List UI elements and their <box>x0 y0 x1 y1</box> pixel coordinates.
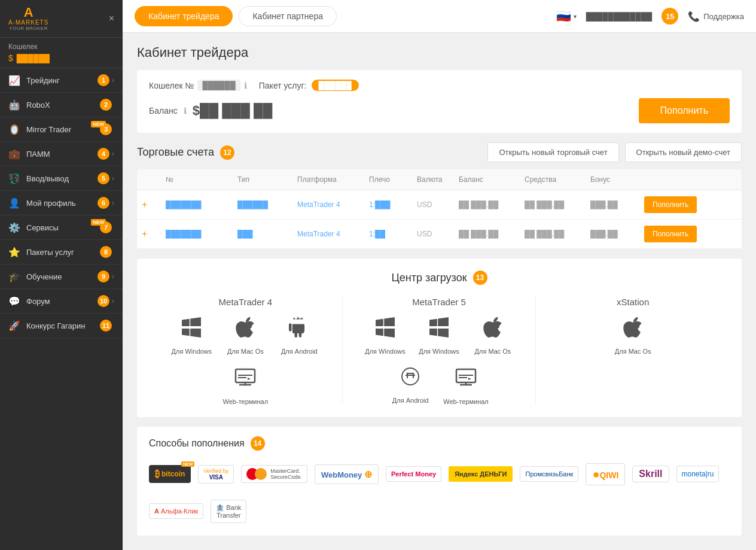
service-label: Пакет услуг: <box>259 81 307 90</box>
payment-methods: Способы пополнения 14 ₿ bitcoin NEW Veri… <box>137 427 742 536</box>
expand-btn-1[interactable]: + <box>142 199 166 210</box>
payment-qiwi[interactable]: ●QIWI <box>586 459 625 489</box>
close-icon[interactable]: × <box>109 13 114 24</box>
expand-btn-2[interactable]: + <box>142 229 166 239</box>
sidebar-item-education[interactable]: 🎓 Обучение 9 › <box>0 265 123 289</box>
payment-webmoney[interactable]: WebMoney ⊕ <box>315 459 379 489</box>
col-type: Тип <box>237 175 297 184</box>
svg-point-2 <box>413 373 414 375</box>
mt5-macos[interactable]: Для Mac Os <box>472 317 514 355</box>
sidebar-item-gagarin[interactable]: 🚀 Конкурс Гагарин 11 <box>0 314 123 338</box>
mt4-windows[interactable]: Для Windows <box>170 317 212 355</box>
mt4-android-label: Для Android <box>281 348 318 355</box>
mt5-downloads: Для Windows Для Windows Дл <box>355 317 524 405</box>
wallet-no-value: ██████ <box>197 80 240 91</box>
perfectmoney-logo: Perfect Money <box>386 466 441 482</box>
mt5-windows[interactable]: Для Windows <box>364 317 406 355</box>
trading-accounts-label: Торговые счета <box>137 146 214 159</box>
platform-xstation: xStation Для Mac Os <box>536 297 730 405</box>
mt4-macos-label: Для Mac Os <box>227 348 264 355</box>
mt4-android[interactable]: Для Android <box>278 317 320 355</box>
mt5-android-label: Для Android <box>392 397 429 404</box>
wallet-replenish-button[interactable]: Пополнить <box>639 98 730 123</box>
info-icon[interactable]: ℹ <box>244 81 247 90</box>
tab-trader[interactable]: Кабинет трейдера <box>135 6 233 26</box>
payment-alfa[interactable]: А Альфа-Клик <box>149 496 203 526</box>
mt5-windows2[interactable]: Для Windows <box>418 317 460 355</box>
sidebar-item-deposit[interactable]: 💱 Ввод/вывод 5 › <box>0 166 123 191</box>
support-button[interactable]: 📞 Поддержка <box>688 11 744 22</box>
payment-moneta[interactable]: moneta|ru <box>676 459 720 489</box>
platform-mt4: MetaTrader 4 Для Windows Для <box>149 297 343 405</box>
wallet-info-row: Кошелек № ██████ ℹ Пакет услуг: ██████ <box>149 80 730 91</box>
nav-label-forum: Форум <box>26 297 97 306</box>
sidebar-item-robox[interactable]: 🤖 RoboX 2 <box>0 93 123 117</box>
mc-circle-orange <box>255 468 267 480</box>
sidebar-item-profile[interactable]: 👤 Мой профиль 6 › <box>0 191 123 215</box>
account-platform-2: MetaTrader 4 <box>297 230 369 238</box>
payment-mastercard[interactable]: MasterCard.SecureCode. <box>241 459 307 489</box>
payment-bank-transfer[interactable]: 🏦 BankTransfer <box>211 496 246 526</box>
mt4-web[interactable]: Web-терминал <box>223 367 269 405</box>
xstation-downloads: Для Mac Os <box>548 317 718 355</box>
language-selector[interactable]: 🇷🇺 ▾ <box>556 9 577 23</box>
forum-icon: 💬 <box>8 296 20 307</box>
nav-label-pamm: ПАММ <box>26 150 97 159</box>
mt5-android[interactable]: Для Android <box>389 367 431 405</box>
mt4-macos[interactable]: Для Mac Os <box>224 317 266 355</box>
balance-info: Баланс ℹ $██ ███ ██ <box>149 103 272 118</box>
xstation-macos[interactable]: Для Mac Os <box>612 317 654 355</box>
deposit-icon: 💱 <box>8 173 20 184</box>
yandex-logo: Яндекс ДЕНЬГИ <box>449 466 513 482</box>
nav-badge-5: 5 <box>97 172 109 184</box>
table-row: + ███████ ███ MetaTrader 4 1:██ USD ██ █… <box>137 220 742 249</box>
bitcoin-label: bitcoin <box>161 470 185 478</box>
account-funds-1: ██ ███.██ <box>525 200 590 209</box>
balance-info-icon[interactable]: ℹ <box>184 106 187 116</box>
replenish-button-1[interactable]: Пополнить <box>644 196 697 213</box>
payment-bitcoin[interactable]: ₿ bitcoin NEW <box>149 459 191 489</box>
payment-yandex[interactable]: Яндекс ДЕНЬГИ <box>449 459 513 489</box>
payment-visa[interactable]: Verified by VISA <box>198 459 234 489</box>
mt5-web[interactable]: Web-терминал <box>443 367 489 405</box>
sidebar-item-trading[interactable]: 📈 Трейдинг 1 › <box>0 68 123 93</box>
sidebar-item-forum[interactable]: 💬 Форум 10 › <box>0 289 123 314</box>
trading-icon: 📈 <box>8 75 20 86</box>
sidebar-item-mirror-trader[interactable]: 🪞 Mirror Trader 3 NEW <box>0 117 123 142</box>
replenish-button-2[interactable]: Пополнить <box>644 226 697 242</box>
download-platforms: MetaTrader 4 Для Windows Для <box>149 297 730 405</box>
account-number-1[interactable]: ███████ <box>166 200 237 209</box>
open-live-account-button[interactable]: Открыть новый торговый счет <box>487 142 618 162</box>
mt5-windows-label: Для Windows <box>365 348 406 355</box>
trading-accounts-header: Торговые счета 12 Открыть новый торговый… <box>137 142 742 162</box>
open-demo-account-button[interactable]: Открыть новый демо-счет <box>625 142 742 162</box>
col-bonus: Бонус <box>590 175 644 184</box>
account-leverage-2: 1:██ <box>369 230 417 238</box>
apple-icon-mt5 <box>483 317 503 343</box>
sidebar-item-packages[interactable]: ⭐ Пакеты услуг 8 <box>0 240 123 265</box>
robox-icon: 🤖 <box>8 99 20 111</box>
service-value: ██████ <box>312 80 359 91</box>
balance-value: $██ ███ ██ <box>193 103 273 118</box>
account-currency-2: USD <box>417 230 459 238</box>
page-content: Кабинет трейдера Кошелек № ██████ ℹ Паке… <box>123 33 756 550</box>
payment-skrill[interactable]: Skrill <box>632 459 669 489</box>
nav-label-robox: RoboX <box>26 101 100 110</box>
account-action-1: Пополнить <box>644 196 728 213</box>
accounts-table: № Тип Платформа Плечо Валюта Баланс Сред… <box>137 169 742 249</box>
sidebar-item-pamm[interactable]: 💼 ПАММ 4 › <box>0 142 123 166</box>
account-number-2[interactable]: ███████ <box>166 230 237 238</box>
account-type-1: ██████ <box>237 200 297 209</box>
chevron-right-icon-education: › <box>112 272 114 281</box>
col-leverage: Плечо <box>369 175 417 184</box>
topbar-right: 🇷🇺 ▾ ████████████ 15 📞 Поддержка <box>556 8 744 25</box>
payment-icons: ₿ bitcoin NEW Verified by VISA <box>149 459 730 526</box>
mt4-downloads: Для Windows Для Mac Os Для <box>161 317 330 405</box>
logo-subtitle: YOUR BROKER <box>9 26 48 31</box>
mc-text: MasterCard.SecureCode. <box>270 468 302 480</box>
sidebar-item-services[interactable]: ⚙️ Сервисы 7 NEW <box>0 215 123 240</box>
download-center-label: Центр загрузок <box>391 272 467 284</box>
payment-perfectmoney[interactable]: Perfect Money <box>386 459 441 489</box>
tab-partner[interactable]: Кабинет партнера <box>239 6 336 26</box>
payment-promsvyaz[interactable]: ПромсвязьБанк <box>520 459 578 489</box>
